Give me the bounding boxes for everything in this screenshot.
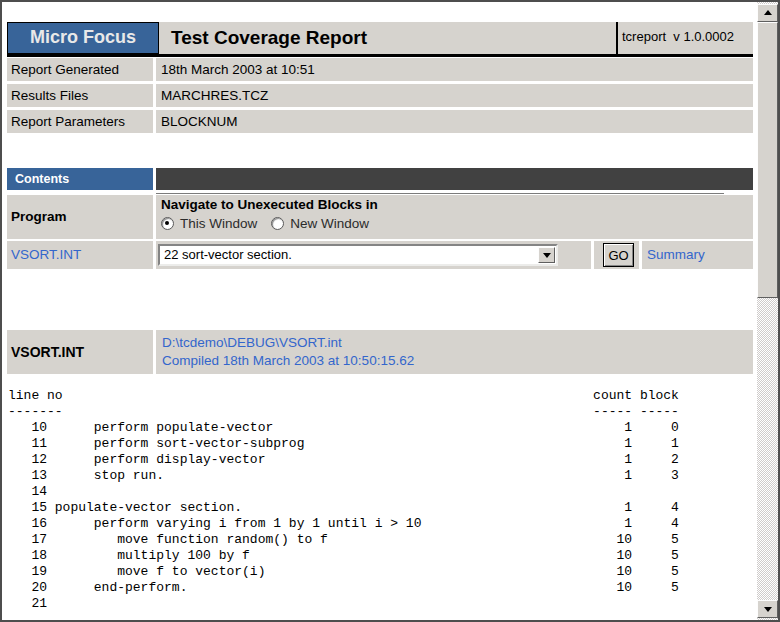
program-column-header: Program [7,195,153,239]
report-generated-value: 18th March 2003 at 10:51 [156,58,753,81]
summary-link[interactable]: Summary [647,247,705,262]
program-path-link[interactable]: D:\tcdemo\DEBUG\VSORT.int [162,335,342,350]
block-select[interactable]: 22 sort-vector section. [158,244,558,266]
results-files-label: Results Files [7,84,153,107]
header-divider [7,54,753,57]
program-name-heading: VSORT.INT [7,330,153,374]
block-select-value: 22 sort-vector section. [164,247,292,262]
scroll-down-button[interactable] [757,600,778,618]
contents-heading: Contents [7,168,153,190]
chevron-down-icon[interactable] [538,247,555,263]
contents-heading-bar [156,168,753,190]
brand-logo: Micro Focus [7,22,159,54]
radio-this-window[interactable] [161,217,174,230]
report-parameters-label: Report Parameters [7,110,153,133]
new-window-label[interactable]: New Window [290,216,369,231]
go-cell: GO [594,241,639,269]
scroll-down-icon [764,607,772,612]
block-select-cell: 22 sort-vector section. [156,241,591,269]
scrollbar-track[interactable] [757,2,778,620]
navigate-cell: Navigate to Unexecuted Blocks in This Wi… [156,195,753,239]
this-window-label[interactable]: This Window [180,216,257,231]
app-version: tcreport v 1.0.0002 [616,22,753,54]
report-generated-label: Report Generated [7,58,153,81]
program-link[interactable]: VSORT.INT [11,247,81,262]
report-parameters-value: BLOCKNUM [156,110,753,133]
go-button[interactable]: GO [603,243,634,267]
app-frame: Micro Focus Test Coverage Report tcrepor… [0,0,780,622]
window-target-radio-group: This Window New Window [161,216,383,231]
source-listing: line no count block ------- ----- ----- … [8,388,679,612]
contents-table-rule [156,193,724,194]
navigate-heading: Navigate to Unexecuted Blocks in [161,197,378,212]
radio-new-window[interactable] [271,217,284,230]
results-files-value: MARCHRES.TCZ [156,84,753,107]
scroll-up-icon [764,10,772,15]
page-title: Test Coverage Report [159,22,616,54]
program-detail-cell: D:\tcdemo\DEBUG\VSORT.int Compiled 18th … [156,330,753,374]
scrollbar-thumb[interactable] [757,22,778,298]
compiled-timestamp: Compiled 18th March 2003 at 10:50:15.62 [162,352,753,370]
scroll-up-button[interactable] [757,4,778,22]
